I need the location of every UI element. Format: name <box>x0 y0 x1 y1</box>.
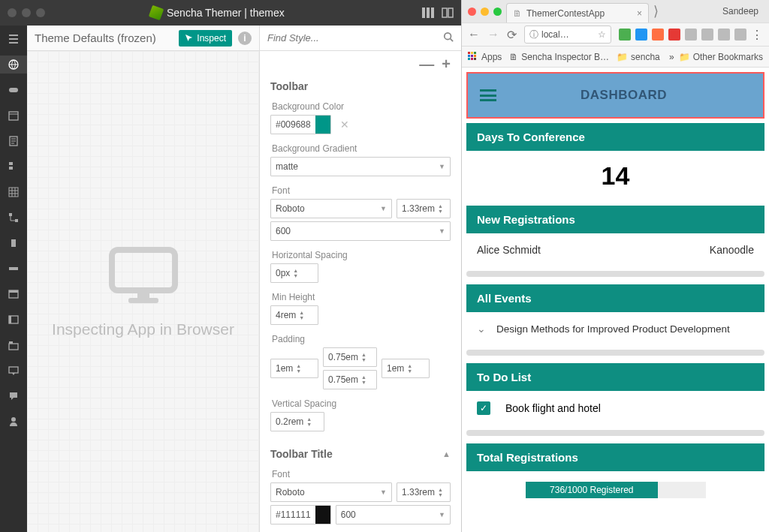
bookmark-item[interactable]: 🗎Sencha Inspector B… <box>509 52 609 62</box>
rail-user-icon[interactable] <box>0 413 27 431</box>
checkbox-checked-icon[interactable]: ✓ <box>477 401 490 415</box>
extension-icon[interactable] <box>619 29 631 41</box>
svg-point-27 <box>445 32 451 39</box>
address-bar[interactable]: ⓘ local… ☆ <box>524 26 611 44</box>
padding-bottom-input[interactable]: 0.75em▲▼ <box>323 370 377 389</box>
todo-row[interactable]: ✓ Book flight and hotel <box>477 401 754 415</box>
extension-icon[interactable] <box>635 29 647 41</box>
font-size-input[interactable]: 1.33rem▲▼ <box>397 199 451 218</box>
chevron-down-icon[interactable]: ⌄ <box>477 323 486 335</box>
padding-right-input[interactable]: 1em▲▼ <box>381 359 430 378</box>
extension-icon[interactable] <box>718 29 730 41</box>
rail-toggle-icon[interactable] <box>0 81 27 99</box>
scrollbar[interactable] <box>466 430 764 436</box>
svg-rect-24 <box>112 250 175 290</box>
chevron-up-icon: ▲ <box>442 449 451 458</box>
traffic-lights[interactable] <box>8 8 45 17</box>
rail-chat-icon[interactable] <box>0 387 27 405</box>
svg-rect-26 <box>128 298 158 303</box>
close-tab-icon[interactable]: × <box>637 8 642 19</box>
scrollbar[interactable] <box>466 350 764 356</box>
forward-button[interactable]: → <box>487 28 499 41</box>
title-font-size-input[interactable]: 1.33rem▲▼ <box>397 482 451 502</box>
rail-tree-icon[interactable] <box>0 209 27 227</box>
info-icon[interactable]: i <box>238 32 252 45</box>
extension-icon[interactable] <box>668 29 680 41</box>
clear-icon[interactable]: ✕ <box>340 119 349 131</box>
overflow-icon[interactable]: » <box>669 52 674 62</box>
chrome-user[interactable]: Sandeep <box>718 5 763 18</box>
days-value: 14 <box>477 161 754 191</box>
title-font-weight-select[interactable]: 600▼ <box>336 505 451 524</box>
color-swatch[interactable] <box>315 116 330 134</box>
font-weight-select[interactable]: 600▼ <box>270 221 451 241</box>
extension-icon[interactable] <box>652 29 664 41</box>
padding-left-input[interactable]: 1em▲▼ <box>270 359 318 378</box>
inspect-button[interactable]: Inspect <box>179 30 232 47</box>
page-content[interactable]: DASHBOARD Days To Conference 14 New Regi… <box>462 68 769 532</box>
section-toolbar[interactable]: Toolbar <box>270 80 451 92</box>
svg-rect-12 <box>9 213 12 216</box>
bg-color-input[interactable]: #009688 <box>270 115 331 134</box>
search-input[interactable] <box>267 32 443 44</box>
rail-panel-icon[interactable] <box>0 311 27 329</box>
hamburger-icon[interactable] <box>480 89 496 101</box>
reg-company: Kanoodle <box>710 244 754 256</box>
title-font-color-input[interactable]: #111111 <box>270 505 331 524</box>
label-minheight: Min Height <box>272 292 451 302</box>
card-head-days: Days To Conference <box>466 123 764 151</box>
book-icon[interactable] <box>442 8 454 18</box>
bookmark-folder[interactable]: 📁sencha <box>617 52 660 62</box>
rail-progress-icon[interactable] <box>0 260 27 278</box>
extension-icon[interactable] <box>685 29 697 41</box>
label-bg-color: Background Color <box>272 101 451 112</box>
site-info-icon[interactable]: ⓘ <box>529 29 538 41</box>
layout-icon[interactable] <box>422 8 434 18</box>
browser-tab[interactable]: 🗎 ThemerContestApp × <box>506 3 649 23</box>
expand-all-button[interactable]: + <box>442 56 451 73</box>
rail-tooltip-icon[interactable] <box>0 362 27 380</box>
rail-tabs-icon[interactable] <box>0 336 27 354</box>
spinner-icon[interactable]: ▲▼ <box>438 203 443 214</box>
rail-calendar-icon[interactable] <box>0 107 27 125</box>
minheight-input[interactable]: 4rem▲▼ <box>270 305 318 325</box>
vspacing-input[interactable]: 0.2rem▲▼ <box>270 412 324 431</box>
collapse-all-button[interactable]: — <box>419 56 434 73</box>
hspacing-input[interactable]: 0px▲▼ <box>270 263 318 283</box>
apps-button[interactable]: Apps <box>468 52 502 62</box>
scrollbar[interactable] <box>466 271 764 277</box>
search-icon[interactable] <box>443 32 454 45</box>
rail-document-icon[interactable] <box>0 132 27 150</box>
properties-panel[interactable]: — + Toolbar Background Color #009688 ✕ B… <box>260 51 461 532</box>
rail-container-icon[interactable] <box>0 234 27 252</box>
traffic-lights[interactable] <box>468 8 502 16</box>
folder-icon: 📁 <box>679 52 690 62</box>
canvas-title: Theme Defaults (frozen) <box>35 32 173 44</box>
rail-menu-icon[interactable] <box>0 30 27 48</box>
svg-rect-2 <box>431 8 434 18</box>
chrome-menu-icon[interactable]: ⋮ <box>751 28 763 42</box>
card-head-newreg: New Registrations <box>466 206 764 233</box>
event-row[interactable]: ⌄ Design Methods for Improved Product De… <box>477 323 754 335</box>
back-button[interactable]: ← <box>468 28 480 41</box>
title-font-family-select[interactable]: Roboto▼ <box>270 482 392 502</box>
new-tab-button[interactable]: ⟩ <box>653 3 659 20</box>
color-swatch[interactable] <box>315 506 330 524</box>
extension-icon[interactable] <box>734 29 746 41</box>
bookmarks-bar: Apps 🗎Sencha Inspector B… 📁sencha » 📁Oth… <box>462 47 769 68</box>
extension-icon[interactable] <box>701 29 713 41</box>
padding-top-input[interactable]: 0.75em▲▼ <box>323 347 377 367</box>
rail-globe-icon[interactable] <box>0 56 27 74</box>
font-family-select[interactable]: Roboto▼ <box>270 199 392 218</box>
star-icon[interactable]: ☆ <box>598 29 606 40</box>
component-rail <box>0 26 27 532</box>
section-toolbar-title[interactable]: Toolbar Title▲ <box>270 448 451 460</box>
registration-row[interactable]: Alice Schmidt Kanoodle <box>477 244 754 256</box>
rail-grid-icon[interactable] <box>0 183 27 201</box>
bg-gradient-select[interactable]: matte▼ <box>270 157 451 176</box>
rail-window-icon[interactable] <box>0 285 27 303</box>
rail-form-icon[interactable] <box>0 158 27 176</box>
other-bookmarks[interactable]: 📁Other Bookmarks <box>679 52 763 62</box>
reload-button[interactable]: ⟳ <box>507 28 517 42</box>
svg-rect-6 <box>9 88 18 92</box>
